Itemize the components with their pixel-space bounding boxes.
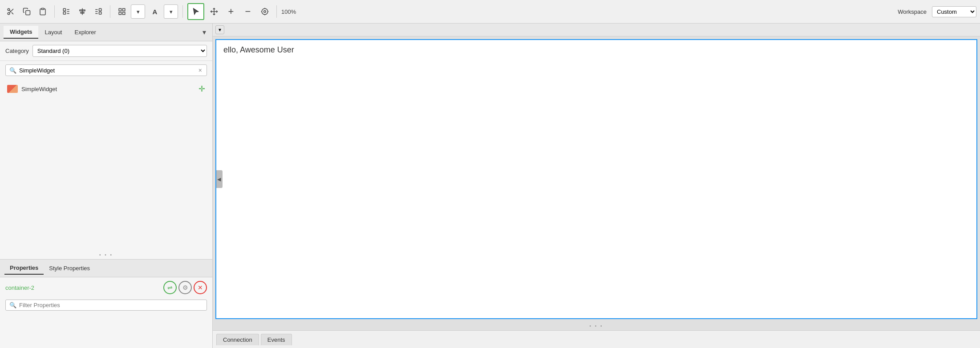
- drag-icon: ✛: [198, 84, 205, 94]
- bottom-tabs: Connection Events: [213, 330, 980, 348]
- left-panel-tabs: Widgets Layout Explorer ▾: [0, 24, 212, 41]
- search-clear-button[interactable]: ×: [198, 67, 203, 74]
- widget-search-input[interactable]: [19, 67, 195, 74]
- tab-layout[interactable]: Layout: [38, 26, 68, 38]
- canvas[interactable]: ◀ ello, Awesome User: [215, 39, 977, 319]
- widget-list: SimpleWidget ✛: [0, 80, 212, 251]
- svg-point-1: [8, 12, 10, 15]
- select-tool-button[interactable]: [187, 3, 204, 20]
- canvas-area: ▾ ◀ ello, Awesome User • • • Connection …: [213, 24, 980, 348]
- widget-item-icon: [7, 85, 18, 93]
- sep-3: [182, 5, 183, 18]
- tab-explorer[interactable]: Explorer: [69, 26, 102, 38]
- sep-2: [110, 5, 110, 18]
- category-label: Category: [5, 48, 29, 54]
- collapse-panel-button[interactable]: ◀: [215, 170, 223, 188]
- filter-search-icon: 🔍: [9, 302, 16, 308]
- filter-properties-input[interactable]: [19, 302, 203, 308]
- sep-4: [276, 5, 277, 18]
- svg-rect-20: [119, 8, 121, 11]
- main-area: Widgets Layout Explorer ▾ Category Stand…: [0, 24, 980, 348]
- tab-dropdown-button[interactable]: ▾: [200, 27, 209, 37]
- canvas-content: ello, Awesome User: [216, 40, 976, 60]
- svg-point-27: [264, 11, 266, 13]
- list-item[interactable]: SimpleWidget ✛: [5, 81, 207, 96]
- move-tool-button[interactable]: [207, 4, 221, 19]
- paste-button[interactable]: [36, 4, 50, 19]
- toolbar-view-group: ▾: [115, 4, 145, 19]
- remove-button[interactable]: −: [241, 4, 255, 19]
- close-button[interactable]: ✕: [194, 281, 207, 294]
- svg-rect-5: [26, 11, 30, 15]
- svg-rect-15: [99, 8, 101, 11]
- add-button[interactable]: +: [224, 4, 238, 19]
- tab-connection[interactable]: Connection: [216, 334, 259, 345]
- grid-button[interactable]: [115, 4, 129, 19]
- svg-rect-23: [123, 12, 125, 15]
- category-row: Category Standard (0) All Custom: [0, 41, 212, 61]
- svg-line-4: [9, 10, 11, 12]
- svg-rect-22: [119, 12, 121, 15]
- left-panel: Widgets Layout Explorer ▾ Category Stand…: [0, 24, 213, 348]
- canvas-dropdown-button[interactable]: ▾: [215, 25, 224, 34]
- panel-resize-handle[interactable]: • • •: [0, 251, 212, 259]
- svg-point-26: [262, 8, 268, 15]
- tab-properties[interactable]: Properties: [4, 262, 44, 275]
- tab-style-properties[interactable]: Style Properties: [44, 262, 95, 274]
- target-button[interactable]: [258, 4, 272, 19]
- container-name: container-2: [5, 284, 34, 291]
- align-center-button[interactable]: [75, 4, 89, 19]
- svg-rect-8: [63, 12, 65, 14]
- widget-search-row: 🔍 ×: [5, 64, 207, 76]
- greeting-text: ello, Awesome User: [223, 45, 294, 54]
- workspace-select[interactable]: Custom Default Full Screen: [932, 6, 976, 17]
- font-dropdown-button[interactable]: ▾: [164, 4, 178, 19]
- settings-button[interactable]: ⚙: [178, 281, 192, 294]
- svg-rect-21: [123, 8, 125, 11]
- tab-events[interactable]: Events: [261, 334, 292, 345]
- svg-line-3: [12, 12, 13, 14]
- svg-rect-16: [99, 12, 101, 14]
- toolbar-font-group: A ▾: [148, 4, 178, 19]
- align-right-button[interactable]: [91, 4, 105, 19]
- toolbar-edit-group: [4, 4, 50, 19]
- tab-widgets[interactable]: Widgets: [4, 26, 38, 39]
- toolbar-align-group: [59, 4, 105, 19]
- properties-panel: Properties Style Properties container-2 …: [0, 259, 212, 348]
- filter-row: 🔍: [5, 300, 207, 311]
- sep-1: [54, 5, 55, 18]
- toolbar: ▾ A ▾ + − 100% Workspace Custom Default …: [0, 0, 980, 24]
- container-actions: ⇌ ⚙ ✕: [163, 281, 207, 294]
- canvas-top-bar: ▾: [213, 24, 980, 36]
- properties-tabs: Properties Style Properties: [0, 260, 212, 277]
- canvas-bottom-resize[interactable]: • • •: [213, 322, 980, 330]
- svg-rect-7: [63, 8, 65, 11]
- workspace-label: Workspace: [898, 8, 927, 15]
- grid-dropdown-button[interactable]: ▾: [131, 4, 145, 19]
- search-icon: 🔍: [9, 67, 16, 74]
- container-row: container-2 ⇌ ⚙ ✕: [0, 277, 212, 298]
- cut-button[interactable]: [4, 4, 18, 19]
- svg-rect-6: [41, 8, 44, 10]
- font-button[interactable]: A: [148, 4, 162, 19]
- svg-point-0: [8, 8, 10, 11]
- category-select[interactable]: Standard (0) All Custom: [32, 45, 207, 57]
- align-left-button[interactable]: [59, 4, 73, 19]
- share-button[interactable]: ⇌: [163, 281, 177, 294]
- copy-button[interactable]: [20, 4, 34, 19]
- widget-item-name: SimpleWidget: [21, 86, 57, 92]
- zoom-level: 100%: [281, 8, 301, 15]
